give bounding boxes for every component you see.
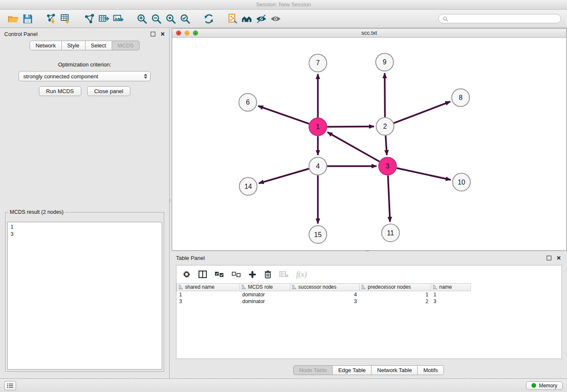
node-label-8: 8 bbox=[459, 94, 462, 101]
sort-icon bbox=[292, 284, 296, 290]
zoom-selected-icon[interactable] bbox=[178, 11, 192, 26]
export-image-icon[interactable] bbox=[111, 11, 125, 26]
open-network-document-icon[interactable] bbox=[225, 11, 239, 26]
mcds-result-line: 1 bbox=[11, 224, 159, 231]
global-search-box[interactable] bbox=[438, 14, 561, 23]
zoom-in-icon[interactable] bbox=[135, 11, 149, 26]
table-cell: dominator bbox=[240, 291, 290, 298]
show-column-icon[interactable] bbox=[198, 271, 207, 278]
settings-gear-icon[interactable] bbox=[182, 270, 191, 279]
run-mcds-button[interactable]: Run MCDS bbox=[39, 86, 81, 96]
window-title: Session: New Session bbox=[256, 1, 311, 8]
network-window-titlebar[interactable]: ✕ − ＋ scc.txt bbox=[172, 29, 566, 38]
edge-2-to-9[interactable] bbox=[385, 73, 385, 117]
node-label-1: 1 bbox=[316, 123, 320, 130]
new-network-icon[interactable] bbox=[82, 11, 96, 26]
tab-node-table[interactable]: Node Table bbox=[293, 365, 333, 375]
task-history-icon[interactable] bbox=[4, 381, 16, 390]
table-panel: Table Panel ✕ bbox=[170, 252, 567, 378]
column-header-name[interactable]: name bbox=[431, 284, 471, 291]
table-cell: 3 bbox=[431, 298, 471, 305]
eye-icon[interactable] bbox=[268, 11, 283, 26]
add-column-icon[interactable] bbox=[248, 271, 256, 279]
sort-icon bbox=[361, 284, 366, 290]
close-panel-button[interactable]: Close panel bbox=[87, 86, 131, 96]
column-header-MCDS-role[interactable]: MCDS role bbox=[240, 284, 290, 291]
save-session-icon[interactable] bbox=[20, 11, 35, 26]
export-table-icon[interactable] bbox=[96, 11, 111, 26]
tab-network[interactable]: Network bbox=[30, 41, 62, 50]
node-table-body: 1dominator4113dominator323 bbox=[177, 291, 562, 305]
memory-button[interactable]: Memory bbox=[526, 381, 563, 390]
horizontal-splitter-handle[interactable] bbox=[363, 250, 371, 252]
column-header-label: MCDS role bbox=[248, 284, 273, 290]
minimize-window-icon[interactable]: − bbox=[184, 30, 190, 36]
unselect-all-columns-icon[interactable] bbox=[231, 271, 241, 278]
close-window-icon[interactable]: ✕ bbox=[176, 30, 181, 36]
edge-3-to-1[interactable] bbox=[328, 132, 380, 161]
edge-1-to-6[interactable] bbox=[258, 106, 309, 124]
control-panel: Control Panel ✕ Network Style Select MCD… bbox=[0, 28, 170, 378]
table-cell-filler bbox=[471, 291, 562, 298]
node-table-container: f(x) shared nameMCDS rolesuccessor nodes… bbox=[176, 265, 562, 359]
edge-4-to-14[interactable] bbox=[259, 169, 309, 184]
table-cell-filler bbox=[471, 298, 562, 305]
vertical-splitter-handle[interactable] bbox=[169, 197, 171, 204]
node-label-14: 14 bbox=[245, 183, 252, 190]
edge-1-to-2[interactable] bbox=[327, 127, 374, 127]
open-session-icon[interactable] bbox=[6, 11, 20, 26]
edge-2-to-8[interactable] bbox=[394, 102, 450, 123]
tab-edge-table[interactable]: Edge Table bbox=[333, 365, 372, 375]
column-header-label: predecessor nodes bbox=[368, 284, 411, 290]
table-row[interactable]: 1dominator411 bbox=[177, 291, 562, 298]
float-table-panel-icon[interactable] bbox=[547, 256, 551, 260]
edge-3-to-11[interactable] bbox=[388, 175, 390, 222]
tab-motifs[interactable]: Motifs bbox=[418, 365, 444, 375]
memory-button-label: Memory bbox=[539, 383, 557, 389]
criterion-dropdown[interactable]: strongly connected component bbox=[19, 71, 151, 81]
tab-mcds[interactable]: MCDS bbox=[112, 41, 140, 50]
tab-network-table[interactable]: Network Table bbox=[372, 365, 418, 375]
table-cell: 1 bbox=[431, 291, 471, 298]
node-label-9: 9 bbox=[383, 58, 386, 66]
network-canvas[interactable]: 7968124314101511 bbox=[172, 38, 566, 250]
home-icon[interactable] bbox=[239, 11, 254, 26]
edge-2-to-3[interactable] bbox=[385, 135, 387, 155]
edge-3-to-10[interactable] bbox=[396, 168, 451, 180]
float-panel-icon[interactable] bbox=[151, 32, 155, 36]
zoom-fit-icon[interactable] bbox=[163, 11, 178, 26]
table-cell: 4 bbox=[290, 291, 360, 298]
graphics-details-eye-icon[interactable] bbox=[254, 11, 268, 26]
table-panel-tabs: Node Table Edge Table Network Table Moti… bbox=[293, 365, 444, 375]
zoom-out-icon[interactable] bbox=[149, 11, 163, 26]
mcds-result-title: MCDS result (2 nodes) bbox=[8, 209, 65, 215]
column-header-filler bbox=[471, 284, 562, 291]
tab-select[interactable]: Select bbox=[85, 41, 112, 50]
criterion-dropdown-value: strongly connected component bbox=[23, 73, 144, 80]
close-panel-icon[interactable]: ✕ bbox=[160, 31, 165, 37]
apply-layout-refresh-icon[interactable] bbox=[201, 11, 216, 26]
sort-icon bbox=[242, 284, 246, 290]
table-row[interactable]: 3dominator323 bbox=[177, 298, 562, 305]
table-panel-header: Table Panel ✕ bbox=[170, 252, 567, 263]
table-header-row: shared nameMCDS rolesuccessor nodesprede… bbox=[177, 284, 562, 291]
search-input[interactable] bbox=[450, 15, 557, 22]
column-header-predecessor-nodes[interactable]: predecessor nodes bbox=[360, 284, 431, 291]
network-view-window: ✕ − ＋ scc.txt 7968124314101511 bbox=[172, 28, 567, 251]
sort-icon bbox=[179, 284, 183, 290]
import-network-icon[interactable] bbox=[44, 11, 58, 26]
tab-style[interactable]: Style bbox=[62, 41, 85, 50]
delete-table-icon bbox=[279, 271, 289, 278]
column-header-successor-nodes[interactable]: successor nodes bbox=[290, 284, 360, 291]
optimization-criterion-label: Optimization criterion: bbox=[0, 61, 169, 68]
mcds-result-box[interactable]: 13 bbox=[7, 222, 162, 370]
import-table-icon[interactable] bbox=[58, 11, 73, 26]
close-table-panel-icon[interactable]: ✕ bbox=[556, 255, 561, 261]
delete-column-trash-icon[interactable] bbox=[264, 270, 272, 279]
table-panel-title: Table Panel bbox=[176, 255, 205, 261]
control-panel-title: Control Panel bbox=[4, 31, 38, 37]
column-header-shared-name[interactable]: shared name bbox=[177, 284, 240, 291]
maximize-window-icon[interactable]: ＋ bbox=[193, 30, 198, 36]
table-cell: 1 bbox=[360, 291, 431, 298]
select-all-columns-icon[interactable] bbox=[215, 271, 224, 278]
